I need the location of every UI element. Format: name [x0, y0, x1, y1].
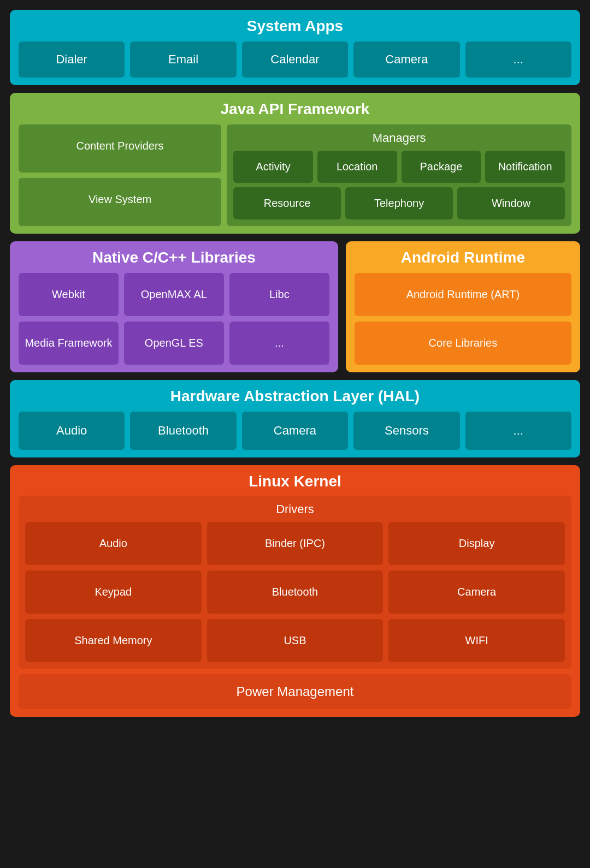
system-apps-layer: System Apps Dialer Email Calendar Camera…	[10, 10, 580, 85]
java-api-inner: Content Providers View System Managers A…	[19, 124, 571, 226]
power-management-cell: Power Management	[19, 674, 571, 709]
java-api-title: Java API Framework	[19, 100, 571, 118]
list-item: Dialer	[19, 41, 125, 78]
list-item: Resource	[233, 187, 341, 219]
list-item: Webkit	[19, 273, 119, 316]
list-item: Camera	[353, 41, 459, 78]
list-item: Display	[388, 522, 565, 565]
list-item: OpenGL ES	[124, 322, 224, 365]
native-libs-layer: Native C/C++ Libraries Webkit OpenMAX AL…	[10, 241, 338, 372]
list-item: Bluetooth	[207, 570, 384, 614]
hal-title: Hardware Abstraction Layer (HAL)	[19, 388, 571, 405]
drivers-box: Drivers Audio Binder (IPC) Display Keypa…	[19, 496, 571, 669]
list-item: Telephony	[345, 187, 453, 219]
native-runtime-row: Native C/C++ Libraries Webkit OpenMAX AL…	[10, 241, 580, 372]
list-item: Email	[130, 41, 236, 78]
android-runtime-grid: Android Runtime (ART) Core Libraries	[355, 273, 571, 365]
android-runtime-layer: Android Runtime Android Runtime (ART) Co…	[346, 241, 580, 372]
android-runtime-title: Android Runtime	[355, 249, 571, 266]
content-providers-cell: Content Providers	[19, 124, 221, 173]
linux-kernel-title: Linux Kernel	[19, 473, 571, 490]
list-item: Activity	[233, 151, 313, 183]
managers-row2: Resource Telephony Window	[233, 187, 565, 219]
list-item: Window	[457, 187, 565, 219]
list-item: USB	[207, 619, 384, 662]
linux-kernel-layer: Linux Kernel Drivers Audio Binder (IPC) …	[10, 465, 580, 717]
list-item: Keypad	[25, 570, 202, 614]
list-item: Camera	[242, 412, 348, 450]
list-item: ...	[465, 41, 571, 78]
list-item: Location	[317, 151, 397, 183]
list-item: Notification	[485, 151, 565, 183]
list-item: ...	[229, 322, 329, 365]
managers-row1: Activity Location Package Notification	[233, 151, 565, 183]
hal-grid: Audio Bluetooth Camera Sensors ...	[19, 412, 571, 450]
list-item: Media Framework	[19, 322, 119, 365]
list-item: Audio	[25, 522, 202, 565]
list-item: OpenMAX AL	[124, 273, 224, 316]
system-apps-grid: Dialer Email Calendar Camera ...	[19, 41, 571, 78]
list-item: Libc	[229, 273, 329, 316]
list-item: Sensors	[353, 412, 459, 450]
list-item: Bluetooth	[130, 412, 236, 450]
list-item: Binder (IPC)	[207, 522, 384, 565]
java-api-layer: Java API Framework Content Providers Vie…	[10, 93, 580, 234]
managers-title: Managers	[233, 131, 565, 145]
list-item: Package	[402, 151, 481, 183]
native-libs-title: Native C/C++ Libraries	[19, 249, 329, 266]
list-item: Calendar	[242, 41, 348, 78]
system-apps-title: System Apps	[19, 17, 571, 35]
hal-layer: Hardware Abstraction Layer (HAL) Audio B…	[10, 380, 580, 457]
drivers-grid: Audio Binder (IPC) Display Keypad Blueto…	[25, 522, 565, 662]
list-item: Core Libraries	[355, 322, 571, 365]
native-libs-grid: Webkit OpenMAX AL Libc Media Framework O…	[19, 273, 329, 365]
list-item: Camera	[388, 570, 565, 614]
list-item: ...	[465, 412, 571, 450]
view-system-cell: View System	[19, 178, 221, 226]
managers-box: Managers Activity Location Package Notif…	[227, 124, 571, 226]
drivers-title: Drivers	[25, 502, 565, 516]
list-item: Android Runtime (ART)	[355, 273, 571, 316]
list-item: Shared Memory	[25, 619, 202, 662]
list-item: Audio	[19, 412, 125, 450]
java-api-left: Content Providers View System	[19, 124, 221, 226]
list-item: WIFI	[388, 619, 565, 662]
